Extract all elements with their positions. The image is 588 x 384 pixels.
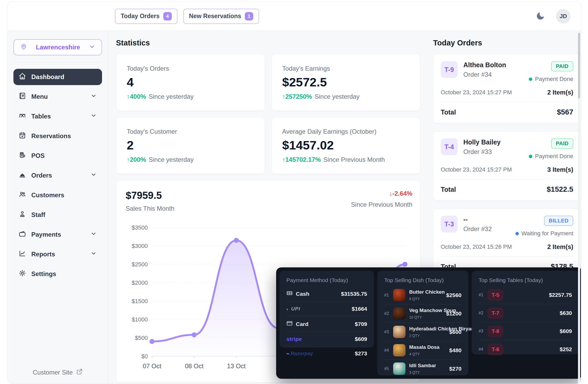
sidebar-item-menu[interactable]: Menu (13, 89, 102, 105)
table-chip: T-9 (441, 61, 458, 78)
sidebar-item-label: Reports (31, 251, 55, 258)
top-selling-tables-panel: Top Selling Tables (Today) #1 T-5 $2257.… (472, 271, 579, 354)
dish-image (393, 307, 405, 320)
divider (441, 102, 573, 102)
payment-row: ››UPI $1664 (286, 302, 367, 316)
dish-row: #2 Veg Manchow Soup10 QTY $1200 (384, 304, 462, 323)
svg-text:$3500: $3500 (132, 224, 148, 231)
stat-card-todays-customer: Today's Customer 2 ↑200%Since yesterday (116, 117, 265, 174)
status-badge: BILLED (544, 216, 573, 226)
new-reservations-button-label: New Reservations (189, 13, 241, 20)
stat-note: Since yesterday (315, 93, 359, 100)
svg-text:13 Oct: 13 Oct (227, 362, 246, 370)
dish-name: Veg Manchow Soup (409, 308, 444, 313)
order-datetime: October 23, 2024 15:27 PM (441, 89, 512, 96)
map-pin-icon (20, 43, 27, 51)
new-reservations-button[interactable]: New Reservations 1 (183, 9, 259, 24)
chevron-down-icon (90, 250, 97, 258)
dish-row: #3 Hyderabadi Chicken Biryani2 QTY $600 (384, 323, 462, 341)
today-orders-heading: Today Orders (433, 39, 581, 47)
rank-label: #2 (384, 311, 393, 316)
stat-delta: ↑400% (127, 93, 146, 100)
dish-name: Masala Dosa (409, 344, 439, 350)
sidebar-item-orders[interactable]: Orders (13, 167, 102, 184)
sidebar-item-reservations[interactable]: Reservations (13, 128, 102, 144)
chevron-down-icon (90, 112, 97, 120)
customer-name: Holly Bailey (463, 138, 501, 146)
chart-header: $7959.5 Sales This Month ↓-2.64% Since P… (126, 190, 412, 212)
status-dot (529, 155, 532, 158)
scrollbar[interactable] (578, 33, 580, 98)
sidebar-item-label: Customers (31, 191, 64, 199)
chevron-down-icon (89, 44, 95, 51)
dish-row: #5 Idli Sambar3 QTY $270 (384, 360, 462, 378)
customer-site-link[interactable]: Customer Site (8, 368, 108, 377)
customer-site-label: Customer Site (33, 369, 73, 376)
stat-card-average-daily-earnings: Average Daily Earnings (October) $1457.0… (271, 117, 420, 174)
sidebar-item-label: Menu (31, 93, 48, 100)
sidebar-item-customers[interactable]: Customers (13, 187, 102, 203)
chart-subtitle: Sales This Month (126, 205, 174, 212)
table-chip: T-4 (441, 138, 458, 155)
svg-text:07 Oct: 07 Oct (143, 362, 161, 370)
moon-icon (536, 11, 545, 22)
cloche-icon (19, 171, 26, 180)
sidebar-item-settings[interactable]: Settings (13, 266, 102, 282)
table-chip: T-5 (488, 289, 503, 301)
rank-label: #3 (384, 330, 393, 334)
avatar[interactable]: JD (556, 9, 570, 23)
svg-text:$2000: $2000 (132, 279, 148, 286)
table-amount: $252 (560, 346, 572, 352)
table-chip: T-3 (441, 216, 458, 232)
order-card[interactable]: T-4 Holly Bailey Order #33 PAID Payment … (433, 131, 581, 201)
order-card[interactable]: T-9 Althea Bolton Order #34 PAID Payment… (433, 54, 581, 123)
today-orders-button[interactable]: Today Orders 4 (115, 9, 178, 24)
payment-amount: $709 (355, 321, 367, 327)
payment-row: ⌁Razorpay $273 (286, 346, 367, 361)
home-icon (19, 72, 26, 81)
rank-label: #3 (479, 329, 488, 334)
total-label: Total (441, 186, 456, 193)
sidebar-item-dashboard[interactable]: Dashboard (13, 69, 102, 85)
today-orders-button-label: Today Orders (121, 13, 160, 20)
total-amount: $1522.5 (547, 185, 573, 194)
dish-amount: $1200 (444, 310, 462, 317)
sidebar-item-payments[interactable]: Payments (13, 226, 102, 243)
rank-label: #1 (479, 293, 488, 297)
table-chip: T-7 (488, 307, 503, 319)
calendar-check-icon (19, 132, 26, 141)
payment-amount: $31535.75 (341, 291, 367, 297)
dish-image (393, 289, 405, 301)
sidebar-item-staff[interactable]: Staff (13, 207, 102, 223)
sidebar-item-label: POS (31, 152, 45, 159)
stat-value: 2 (127, 138, 254, 152)
payment-row: stripe $609 (286, 332, 367, 346)
stat-value: $2572.5 (282, 75, 410, 89)
order-datetime: October 23, 2024 15:27 PM (441, 166, 512, 173)
table-amount: $2257.75 (549, 292, 572, 298)
divider (441, 256, 573, 257)
location-selector[interactable]: Lawrenceshire (13, 39, 102, 55)
top-selling-dish-panel: Top Selling Dish (Today) #1 Butter Chick… (377, 271, 468, 375)
dish-amount: $270 (447, 366, 462, 372)
dish-qty: 3 QTY (409, 370, 436, 375)
sidebar-item-tables[interactable]: Tables (13, 108, 102, 124)
sidebar-divider (14, 62, 101, 63)
rank-label: #4 (479, 347, 488, 352)
sidebar-item-pos[interactable]: POS (13, 148, 102, 164)
stat-delta: ↑257250% (282, 93, 312, 100)
rank-label: #4 (384, 348, 393, 353)
dish-name: Idli Sambar (409, 363, 436, 369)
sidebar-item-label: Orders (31, 172, 52, 179)
dish-amount: $600 (447, 329, 462, 335)
svg-text:08 Oct: 08 Oct (185, 362, 204, 370)
rank-label: #2 (479, 311, 488, 315)
svg-text:$0: $0 (141, 353, 148, 360)
dish-qty: 8 QTY (409, 297, 444, 301)
order-number: Order #34 (463, 71, 506, 78)
stat-label: Today's Orders (127, 65, 254, 72)
order-number: Order #33 (463, 148, 501, 155)
dark-mode-toggle[interactable] (535, 11, 546, 22)
svg-text:$1000: $1000 (132, 316, 148, 323)
sidebar-item-reports[interactable]: Reports (13, 246, 102, 262)
